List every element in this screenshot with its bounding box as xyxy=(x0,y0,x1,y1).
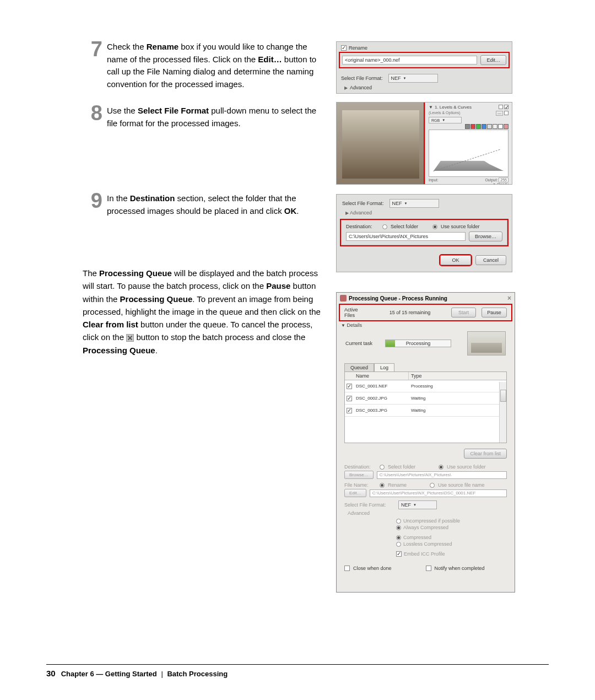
footer-rule xyxy=(46,664,549,665)
rename-panel: Rename <original name>_000.nef Edit… Sel… xyxy=(336,41,512,94)
histogram[interactable] xyxy=(429,130,509,177)
uncompressed-radio[interactable] xyxy=(396,519,401,524)
file-format-dropdown[interactable]: NEF xyxy=(390,199,439,208)
destination-panel: Select File Format: NEF ▶ Advanced Desti… xyxy=(336,194,512,272)
browse-button[interactable]: Browse… xyxy=(344,471,374,479)
row-check[interactable] xyxy=(347,408,352,413)
clear-from-list-button[interactable]: Clear from list xyxy=(464,449,507,459)
notify-checkbox[interactable] xyxy=(426,566,431,571)
table-row[interactable]: DSC_0003.JPG Waiting xyxy=(345,405,506,417)
advanced-label: Advanced xyxy=(350,85,372,90)
image-thumbnail xyxy=(337,103,425,184)
destination-box: Destination: Select folder Use source fo… xyxy=(341,220,507,245)
channel-dropdown[interactable]: RGB xyxy=(429,117,462,123)
step-text: In the Destination section, select the f… xyxy=(107,190,320,217)
filename-path-input[interactable]: C:\Users\User\Pictures\NX_Pictures\DSC_0… xyxy=(370,489,507,497)
processing-queue-dialog: Processing Queue - Process Running × Act… xyxy=(336,292,515,593)
destination-section: Destination: Select folder Use source fo… xyxy=(344,464,507,479)
compressed-radio[interactable] xyxy=(396,535,401,540)
step-9: 9 In the Destination section, select the… xyxy=(83,190,320,217)
queue-table: Name Type DSC_0001.NEF Processing DSC_00… xyxy=(344,371,507,443)
expand-icon[interactable]: ▶ xyxy=(345,211,349,216)
destination-path-input[interactable]: C:\Users\User\Pictures\NX_Pictures xyxy=(346,232,466,241)
levels-curves-panel: ▼1. Levels & Curves (Levels & Options) —… xyxy=(336,102,512,185)
lossless-radio[interactable] xyxy=(396,542,401,547)
file-format-dropdown[interactable]: NEF xyxy=(388,74,438,83)
rename-checkbox[interactable] xyxy=(341,45,347,51)
format-label: Select File Format: xyxy=(341,76,383,81)
use-source-name-radio[interactable] xyxy=(430,483,435,488)
rename-pattern-input[interactable]: <original name>_000.nef xyxy=(342,56,477,64)
active-files-label: Active Files xyxy=(344,307,369,318)
pause-button[interactable]: Pause xyxy=(482,308,507,317)
close-when-done-checkbox[interactable] xyxy=(344,566,350,571)
embed-icc-checkbox[interactable] xyxy=(396,551,402,557)
file-format-dropdown[interactable]: NEF xyxy=(398,500,437,509)
row-check[interactable] xyxy=(347,396,352,401)
use-source-radio[interactable] xyxy=(439,465,443,470)
scrollbar[interactable] xyxy=(499,382,506,443)
use-source-radio[interactable] xyxy=(432,224,437,229)
step-text: Check the Rename box if you would like t… xyxy=(107,39,320,90)
always-compressed-radio[interactable] xyxy=(396,525,401,530)
select-folder-radio[interactable] xyxy=(380,465,385,470)
format-section: Select File Format: NEF Advanced Uncompr… xyxy=(344,500,507,559)
progress-bar: Processing xyxy=(385,340,451,347)
rename-radio[interactable] xyxy=(380,483,385,488)
advanced-label: Advanced xyxy=(348,510,370,516)
processing-queue-paragraph: The Processing Queue will be displayed a… xyxy=(83,267,322,357)
remaining-label: 15 of 15 remaining xyxy=(374,310,446,315)
row-check[interactable] xyxy=(347,384,352,389)
close-icon[interactable]: × xyxy=(507,294,511,302)
destination-path-input[interactable]: C:\Users\User\Pictures\NX_Pictures\ xyxy=(377,471,507,479)
app-icon xyxy=(340,295,347,301)
step-text: Use the Select File Format pull-down men… xyxy=(107,103,320,130)
cancel-button[interactable]: Cancel xyxy=(475,255,506,265)
tab-log[interactable]: Log xyxy=(374,363,394,371)
tab-queued[interactable]: Queued xyxy=(344,363,374,371)
select-folder-radio[interactable] xyxy=(382,224,387,229)
step-num: 8 xyxy=(83,103,107,123)
page-footer: 30 Chapter 6 — Getting Started | Batch P… xyxy=(46,669,228,678)
table-row[interactable]: DSC_0001.NEF Processing xyxy=(345,380,506,392)
ok-button[interactable]: OK xyxy=(440,255,471,265)
col-name: Name xyxy=(354,372,409,380)
current-task-label: Current task xyxy=(345,341,377,346)
format-label: Select File Format: xyxy=(342,201,384,206)
step-8: 8 Use the Select File Format pull-down m… xyxy=(83,103,320,130)
browse-button[interactable]: Browse… xyxy=(469,231,502,241)
step-7: 7 Check the Rename box if you would like… xyxy=(83,39,320,90)
dialog-title: Processing Queue - Process Running xyxy=(349,295,447,301)
curves-editor: ▼1. Levels & Curves (Levels & Options) —… xyxy=(425,103,512,184)
step-num: 9 xyxy=(83,190,107,211)
collapse-icon[interactable]: ▼ xyxy=(341,323,345,328)
page-number: 30 xyxy=(46,669,56,678)
col-type: Type xyxy=(409,372,506,380)
rename-label: Rename xyxy=(349,45,367,51)
preview-thumbnail xyxy=(467,331,506,356)
edit-button[interactable]: Edit… xyxy=(480,55,506,65)
close-icon xyxy=(126,334,134,342)
expand-icon[interactable]: ▶ xyxy=(344,85,348,90)
start-button[interactable]: Start xyxy=(451,308,476,317)
edit-button[interactable]: Edit… xyxy=(344,489,366,497)
filename-section: File Name: Rename Use source file name E… xyxy=(344,482,507,497)
table-row[interactable]: DSC_0002.JPG Waiting xyxy=(345,392,506,405)
step-num: 7 xyxy=(83,39,107,60)
